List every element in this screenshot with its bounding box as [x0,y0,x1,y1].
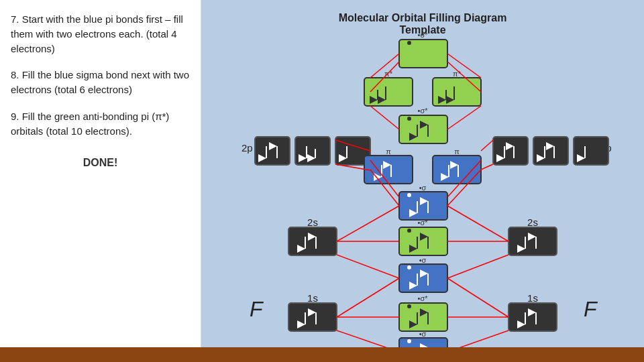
sigma-bonding-1s-box [399,338,447,347]
svg-text:π*: π* [384,70,393,78]
svg-point-36 [407,229,411,233]
svg-text:•σ*: •σ* [418,294,429,302]
2p-left-box2 [295,137,330,165]
svg-text:•σ: •σ [419,184,427,192]
step8-text: Fill the blue sigma bond next with two e… [11,69,189,95]
svg-point-43 [407,265,411,269]
diagram-panel: Molecular Orbital Filling Diagram Templa… [201,0,644,347]
molecular-orbital-diagram: Molecular Orbital Filling Diagram Templa… [201,0,644,347]
svg-text:2s: 2s [527,217,538,228]
pi-antibonding-left-box [364,78,413,106]
sigma-antibonding-lower-box [399,227,447,255]
svg-point-9 [407,117,411,121]
done-label: DONE! [11,157,190,169]
main-content: 7. Start with the blue pi bonds first – … [0,0,644,347]
diagram-title: Molecular Orbital Filling Diagram [339,12,507,23]
step7-section: 7. Start with the blue pi bonds first – … [11,12,190,56]
sigma-bonding-lower-box [399,264,447,292]
svg-text:•σ: •σ [419,330,427,338]
F-left-label: F [250,297,264,321]
svg-text:π: π [454,147,460,156]
pi-bonding-left-box [364,156,413,184]
2s-right-box [508,227,557,255]
svg-point-50 [407,304,411,308]
svg-text:•σ*: •σ* [418,219,429,227]
pi-bonding-right-box [433,156,481,184]
svg-point-1 [407,41,411,45]
step7-text: Start with the blue pi bonds first – fil… [11,13,183,54]
2p-left-box1 [255,137,290,165]
text-panel: 7. Start with the blue pi bonds first – … [0,0,201,347]
step9-number: 9. [11,111,19,122]
1s-right-box [508,303,557,331]
svg-text:•σ*: •σ* [418,107,429,115]
2p-right-box1 [493,137,528,165]
1s-left-box [288,303,337,331]
step7-number: 7. [11,13,19,25]
step8-number: 8. [11,69,19,80]
sigma-antibonding-top-box [399,40,447,68]
svg-text:•σ*: •σ* [418,31,429,39]
step8-section: 8. Fill the blue sigma bond next with tw… [11,68,190,97]
svg-text:1s: 1s [307,292,318,304]
sigma-bonding-box [399,192,447,220]
svg-text:•σ: •σ [419,256,427,264]
bottom-bar [0,347,644,362]
svg-point-29 [407,193,411,197]
svg-text:1s: 1s [527,292,538,304]
step9-section: 9. Fill the green anti-bonding pi (π*) o… [11,109,190,139]
sigma-antibonding-mid-box [399,115,447,143]
step9-text: Fill the green anti-bonding pi (π*) orbi… [11,111,169,137]
pi-antibonding-right-box [433,78,481,106]
F-right-label: F [584,297,598,321]
sigma-antibonding-1s-box [399,303,447,331]
svg-point-57 [407,339,411,343]
svg-text:π: π [386,147,391,156]
2p-right-box3 [574,137,608,165]
2p-right-box2 [533,137,568,165]
svg-text:2s: 2s [307,217,318,228]
2p-left-label: 2p [241,142,253,154]
2s-left-box [288,227,337,255]
